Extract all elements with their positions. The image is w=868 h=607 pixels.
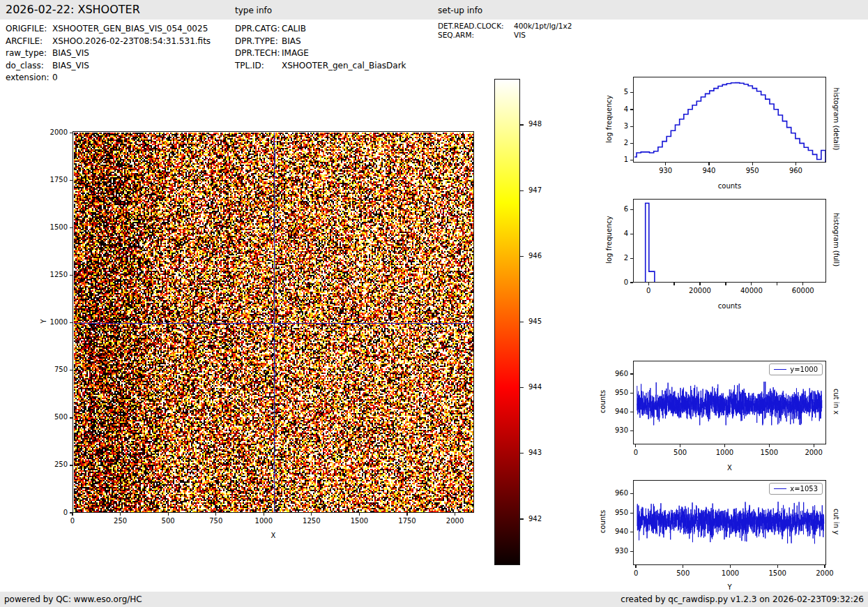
x-tick-label: 1750: [386, 517, 428, 525]
y-tick: [630, 92, 633, 93]
colorbar: [494, 79, 520, 565]
y-tick-label: 2000: [33, 128, 68, 136]
colorbar-tick: [520, 256, 524, 257]
x-tick-label: 1500: [756, 569, 798, 577]
x-tick-label: 0: [52, 517, 93, 525]
y-tick-label: 1250: [33, 271, 68, 278]
plot-side-label: cut in y: [832, 470, 840, 574]
y-tick: [630, 430, 633, 431]
x-axis-label: counts: [702, 182, 758, 190]
x-tick-label: 0: [615, 449, 657, 456]
x-tick-label: 960: [775, 167, 816, 174]
plot-side-label: cut in x: [832, 350, 840, 454]
x-tick-label: 500: [662, 569, 704, 577]
y-tick-label: 1000: [33, 318, 68, 326]
x-tick-label: 2000: [434, 517, 476, 525]
crosshair-vertical-line: [274, 133, 275, 512]
x-tick-label: 250: [100, 517, 142, 525]
y-tick: [70, 417, 73, 418]
x-tick: [795, 163, 796, 165]
y-tick-label: 750: [33, 366, 68, 373]
x-tick: [824, 565, 825, 568]
legend-label: x=1053: [790, 485, 818, 493]
hist_detail-plot-canvas: [634, 78, 825, 162]
y-tick: [630, 160, 633, 160]
footer-powered-by: powered by QC: www.eso.org/HC: [4, 592, 142, 607]
x-tick-label: 1250: [291, 517, 333, 525]
x-tick: [72, 513, 73, 516]
x-tick-label: 1000: [710, 569, 752, 577]
x-axis-label: X: [702, 464, 758, 472]
x-tick: [752, 163, 753, 165]
colorbar-tick-label: 944: [528, 383, 556, 391]
x-tick-label: 940: [688, 167, 730, 174]
y-tick: [630, 532, 633, 532]
x-tick: [683, 565, 683, 568]
y-axis-label: counts: [599, 350, 607, 454]
x-tick-label: 750: [195, 517, 237, 525]
y-tick: [70, 180, 73, 181]
y-tick: [630, 282, 633, 283]
x-tick: [730, 565, 731, 568]
x-axis-label: Y: [702, 583, 758, 591]
x-tick: [359, 513, 360, 516]
x-tick: [120, 513, 121, 516]
y-tick-label: 250: [33, 460, 68, 468]
colorbar-tick: [520, 387, 524, 388]
x-tick-label: 500: [147, 517, 189, 525]
x-tick-label: 1000: [703, 449, 745, 456]
x-tick-label: 950: [731, 167, 773, 174]
x-tick-label: 1500: [338, 517, 380, 525]
x-axis-label: X: [245, 532, 301, 539]
x-tick-label: 0: [627, 287, 669, 294]
x-tick: [264, 513, 264, 516]
colorbar-tick: [520, 453, 524, 454]
x-tick: [777, 283, 777, 285]
x-tick: [802, 283, 803, 285]
colorbar-tick: [520, 190, 524, 191]
x-tick: [168, 513, 169, 516]
legend-line-sample: [774, 488, 786, 489]
footer-created-by: created by qc_rawdisp.py v1.2.3 on 2026-…: [620, 592, 864, 607]
x-tick: [673, 283, 674, 285]
footer-bar: powered by QC: www.eso.org/HC created by…: [0, 592, 868, 607]
x-tick: [751, 283, 752, 285]
x-tick: [455, 513, 455, 516]
y-tick: [630, 551, 633, 552]
y-tick: [70, 512, 73, 513]
y-tick: [630, 373, 633, 374]
legend: x=1053: [769, 483, 823, 495]
x-tick-label: 20000: [679, 287, 721, 294]
x-tick: [406, 513, 407, 516]
y-tick: [70, 370, 73, 370]
y-tick: [630, 258, 633, 259]
x-tick-label: 1500: [748, 449, 790, 456]
colorbar-tick: [520, 518, 524, 519]
y-tick: [70, 322, 73, 323]
x-tick: [814, 444, 814, 447]
y-tick-label: 1750: [33, 176, 68, 183]
colorbar-tick: [520, 322, 524, 322]
x-tick: [665, 163, 666, 165]
y-tick-label: 500: [33, 413, 68, 421]
y-tick: [70, 275, 73, 276]
y-tick: [630, 412, 633, 412]
y-tick-label: 1500: [33, 223, 68, 231]
x-tick-label: 60000: [782, 287, 824, 294]
hist_full-plot-canvas: [634, 200, 825, 282]
qc-report-page: 2026-02-22: XSHOOTER type info set-up in…: [0, 0, 868, 607]
x-tick-label: 40000: [731, 287, 772, 294]
colorbar-tick-label: 947: [528, 186, 556, 194]
x-tick: [708, 163, 709, 165]
x-tick: [699, 283, 700, 285]
y-tick: [630, 109, 633, 110]
x-tick-label: 500: [660, 449, 701, 456]
y-tick: [70, 227, 73, 228]
legend: y=1000: [769, 364, 823, 375]
x-tick: [311, 513, 312, 516]
plot-side-label: histogram (detail): [832, 66, 840, 171]
x-tick-label: 1000: [243, 517, 284, 525]
y-tick: [630, 493, 633, 494]
x-tick-label: 930: [645, 167, 687, 174]
x-tick: [724, 444, 725, 447]
